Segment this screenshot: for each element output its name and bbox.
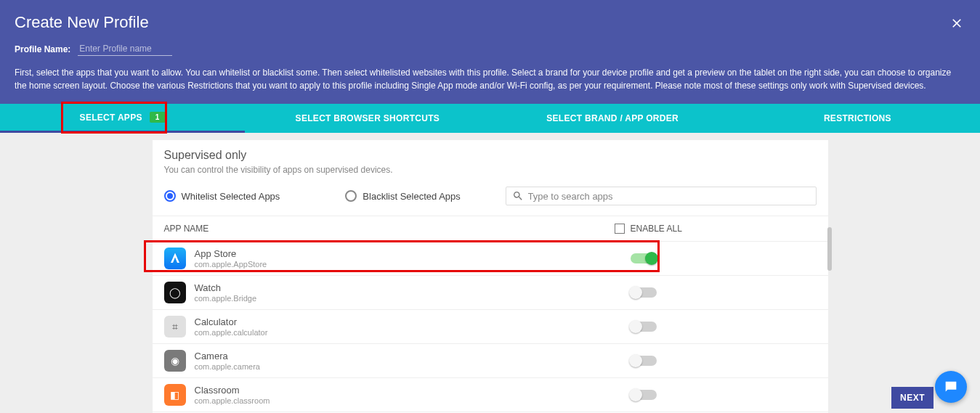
apps-panel: Supervised only You can control the visi… <box>153 140 828 413</box>
classroom-icon: ◧ <box>164 384 186 406</box>
tab-brand-order[interactable]: SELECT BRAND / APP ORDER <box>490 104 735 133</box>
app-row-watch: ◯ Watch com.apple.Bridge <box>153 276 828 310</box>
close-icon[interactable] <box>949 16 964 33</box>
app-bundle: com.apple.calculator <box>195 328 631 337</box>
app-toggle[interactable] <box>631 322 657 332</box>
profile-name-input[interactable] <box>78 42 172 56</box>
app-bundle: com.apple.classroom <box>195 396 631 405</box>
section-title: Supervised only <box>164 149 817 162</box>
search-icon <box>512 190 524 202</box>
app-bundle: com.apple.AppStore <box>195 260 631 269</box>
calculator-icon: ⌗ <box>164 316 186 338</box>
tab-restrictions[interactable]: RESTRICTIONS <box>735 104 980 133</box>
profile-name-label: Profile Name: <box>15 44 70 54</box>
app-bundle: com.apple.camera <box>195 362 631 371</box>
app-bundle: com.apple.Bridge <box>195 294 631 303</box>
app-toggle[interactable] <box>631 253 657 263</box>
tab-select-apps[interactable]: SELECT APPS 1 <box>0 104 245 133</box>
app-toggle[interactable] <box>631 390 657 400</box>
tab-bar: SELECT APPS 1 SELECT BROWSER SHORTCUTS S… <box>0 104 980 133</box>
search-input[interactable] <box>528 191 810 202</box>
page-header: Create New Profile Profile Name: First, … <box>0 0 980 104</box>
column-app-name: APP NAME <box>164 224 615 234</box>
radio-label: Whitelist Selected Apps <box>182 191 280 202</box>
radio-label: Blacklist Selected Apps <box>363 191 460 202</box>
radio-whitelist[interactable]: Whitelist Selected Apps <box>164 190 280 202</box>
app-name: Calculator <box>195 316 631 328</box>
next-button[interactable]: NEXT <box>891 387 934 409</box>
camera-icon: ◉ <box>164 350 186 372</box>
search-input-wrap[interactable] <box>506 187 817 205</box>
radio-icon <box>345 190 357 202</box>
app-row-classroom: ◧ Classroom com.apple.classroom <box>153 378 828 412</box>
watch-icon: ◯ <box>164 282 186 303</box>
app-row-camera: ◉ Camera com.apple.camera <box>153 344 828 378</box>
app-name: Classroom <box>195 385 631 396</box>
enable-all-checkbox[interactable] <box>615 224 625 234</box>
app-toggle[interactable] <box>631 287 657 298</box>
app-toggle[interactable] <box>631 356 657 366</box>
section-subtitle: You can control the visibility of apps o… <box>164 165 817 175</box>
app-name: App Store <box>195 248 631 260</box>
app-name: Watch <box>195 282 631 294</box>
app-name: Camera <box>195 351 631 362</box>
page-title: Create New Profile <box>15 13 965 32</box>
radio-blacklist[interactable]: Blacklist Selected Apps <box>345 190 460 202</box>
tab-label: SELECT APPS <box>80 113 142 123</box>
app-row-app-store: App Store com.apple.AppStore <box>153 242 828 276</box>
app-row-calculator: ⌗ Calculator com.apple.calculator <box>153 310 828 344</box>
app-store-icon <box>164 248 186 269</box>
tab-badge: 1 <box>150 112 166 123</box>
tab-browser-shortcuts[interactable]: SELECT BROWSER SHORTCUTS <box>245 104 490 133</box>
header-description: First, select the apps that you want to … <box>15 66 965 92</box>
chat-bubble-icon[interactable] <box>935 371 967 403</box>
enable-all-label: ENABLE ALL <box>631 224 682 234</box>
radio-icon <box>164 190 176 202</box>
